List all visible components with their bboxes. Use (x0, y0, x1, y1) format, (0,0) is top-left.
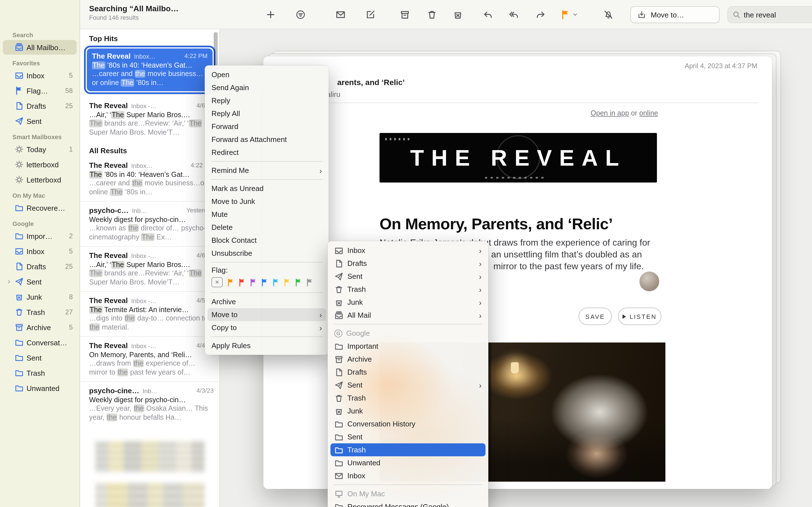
get-mail-button[interactable] (333, 7, 348, 22)
article-body-line: an unsettling film that’s doubled as an (491, 248, 642, 260)
sidebar-item-letterboxd[interactable]: letterboxd (3, 157, 77, 172)
submenu-item-inbox[interactable]: Inbox› (327, 244, 488, 257)
submenu-header-google: GGoogle (327, 327, 488, 340)
menu-item-reply-all[interactable]: Reply All (205, 107, 329, 120)
menu-item-delete[interactable]: Delete (205, 221, 329, 234)
sidebar-section-search: Search (0, 27, 80, 40)
search-status: Searching “All Mailbo… Found 146 results (89, 4, 179, 21)
sidebar-item-all-mailboxes[interactable]: All Mailbo… (3, 40, 77, 55)
menu-item-send-again[interactable]: Send Again (205, 81, 329, 94)
computer-icon (335, 489, 343, 498)
submenu-item-google-inbox[interactable]: Inbox (327, 469, 488, 482)
message-row[interactable]: The RevealInbox -…4/4/23 On Memory, Pare… (80, 336, 219, 381)
menu-item-reply[interactable]: Reply (205, 94, 329, 107)
submenu-item-google-sent[interactable]: Sent› (327, 379, 488, 392)
menu-item-forward-as-attachment[interactable]: Forward as Attachment (205, 133, 329, 146)
menu-item-archive[interactable]: Archive (205, 295, 329, 308)
sidebar-item-google-archive[interactable]: Archive5 (3, 320, 77, 335)
menu-item-redirect[interactable]: Redirect (205, 146, 329, 159)
flag-blue[interactable] (260, 278, 269, 286)
sidebar-item-google-inbox[interactable]: Inbox5 (3, 244, 77, 259)
flag-teal[interactable] (272, 278, 280, 286)
add-button[interactable] (263, 7, 278, 22)
menu-item-copy-to[interactable]: Copy to› (205, 321, 329, 334)
move-to-button[interactable]: Move to… (630, 6, 719, 23)
save-button[interactable]: SAVE (578, 307, 612, 325)
message-row[interactable]: The Reveal Inbox -… 4/6/23 …Air,’ ‘The S… (80, 97, 219, 142)
message-row[interactable]: The RevealInbox -…4/6/23 …Air,’ ‘The Sup… (80, 246, 219, 291)
sidebar-item-inbox[interactable]: Inbox5 (3, 68, 77, 83)
flag-purple[interactable] (249, 278, 258, 286)
sidebar-item-google-drafts[interactable]: Drafts25 (3, 259, 77, 274)
compose-button[interactable] (363, 7, 378, 22)
clear-flag-button[interactable]: ✕ (211, 277, 223, 287)
submenu-item-all-mail[interactable]: All Mail› (327, 309, 488, 322)
sidebar-item-google-sent[interactable]: ›Sent (3, 274, 77, 289)
submenu-item-trash[interactable]: Trash› (327, 283, 488, 296)
open-in-app-link[interactable]: Open in app (591, 109, 629, 117)
forward-button[interactable] (534, 7, 548, 22)
sidebar-item-google-trash-folder[interactable]: Trash (3, 365, 77, 380)
submenu-item-junk[interactable]: Junk› (327, 296, 488, 309)
sidebar-item-google-junk[interactable]: Junk8 (3, 290, 77, 304)
submenu-item-unwanted[interactable]: Unwanted (327, 456, 488, 469)
archive-button[interactable] (398, 7, 412, 22)
menu-item-block-contact[interactable]: Block Contact (205, 234, 329, 247)
menu-item-open[interactable]: Open (205, 68, 329, 81)
message-row[interactable]: The RevealInbox…4:22 PM The ’80s in 40: … (80, 157, 219, 201)
submenu-item-important[interactable]: Important (327, 340, 488, 353)
menu-item-unsubscribe[interactable]: Unsubscribe (205, 247, 329, 260)
sidebar-item-recovered[interactable]: Recovere… (3, 201, 77, 215)
flag-green[interactable] (294, 278, 303, 286)
sidebar-item-flagged[interactable]: Flag…58 (3, 83, 77, 98)
flag-yellow[interactable] (283, 278, 292, 286)
reply-all-button[interactable] (506, 7, 521, 22)
submenu-item-sent-folder[interactable]: Sent (327, 431, 488, 443)
sidebar-item-important[interactable]: Impor…2 (3, 229, 77, 243)
folder-icon (335, 419, 343, 429)
delete-button[interactable] (424, 7, 439, 22)
menu-item-remind-me[interactable]: Remind Me› (205, 164, 329, 177)
sidebar-item-today[interactable]: Today1 (3, 142, 77, 157)
menu-item-mark-as-unread[interactable]: Mark as Unread (205, 182, 329, 195)
flag-orange[interactable] (227, 278, 235, 286)
flag-red[interactable] (238, 278, 246, 286)
submenu-item-conversation-history[interactable]: Conversation History (327, 417, 488, 431)
mute-button[interactable] (601, 7, 616, 22)
menu-item-apply-rules[interactable]: Apply Rules (205, 339, 329, 352)
filter-button[interactable] (293, 7, 308, 22)
open-online-link[interactable]: online (639, 109, 658, 117)
menu-item-move-to[interactable]: Move to› (207, 308, 326, 321)
menu-item-move-to-junk[interactable]: Move to Junk (205, 195, 329, 208)
message-row-selected[interactable]: The Reveal Inbox… 4:22 PM The ’80s in 40… (87, 48, 213, 91)
sidebar-item-letterboxd-2[interactable]: Letterboxd (3, 172, 77, 187)
disclosure-chevron-icon[interactable]: › (6, 279, 12, 284)
sidebar-item-google-sent-folder[interactable]: Sent (3, 350, 77, 365)
submenu-item-sent[interactable]: Sent› (327, 270, 488, 283)
submenu-item-archive[interactable]: Archive (327, 353, 488, 365)
submenu-item-google-junk[interactable]: Junk (327, 404, 488, 417)
sidebar-item-unwanted[interactable]: Unwanted (3, 381, 77, 395)
reply-button[interactable] (480, 7, 495, 22)
search-field[interactable]: ✕ (727, 6, 812, 23)
flag-button[interactable] (557, 7, 581, 22)
sidebar-item-conversation-history[interactable]: Conversat… (3, 335, 77, 350)
menu-item-mute[interactable]: Mute (205, 208, 329, 221)
submenu-item-recovered-messages[interactable]: Recovered Messages (Google) (327, 500, 488, 507)
junk-button[interactable] (451, 7, 465, 22)
sidebar-item-drafts[interactable]: Drafts25 (3, 99, 77, 113)
submenu-item-google-trash[interactable]: Trash (327, 392, 488, 404)
menu-item-forward[interactable]: Forward (205, 120, 329, 133)
submenu-item-google-drafts[interactable]: Drafts (327, 365, 488, 379)
flag-gray[interactable] (306, 278, 314, 286)
sidebar-item-google-trash[interactable]: Trash27 (3, 305, 77, 320)
message-row[interactable]: psycho-cine…Inb…4/3/23 Weekly digest for… (80, 381, 219, 427)
archive-icon (15, 323, 24, 332)
search-input[interactable] (744, 10, 812, 19)
submenu-item-drafts[interactable]: Drafts› (327, 257, 488, 270)
sidebar-item-sent[interactable]: Sent (3, 114, 77, 128)
listen-button[interactable]: LISTEN (618, 307, 661, 325)
submenu-item-trash-folder-selected[interactable]: Trash (331, 443, 486, 456)
message-row[interactable]: The RevealInbox -…4/5/23 The Termite Art… (80, 291, 219, 336)
message-row[interactable]: psycho-c…Inb…Yesterday Weekly digest for… (80, 201, 219, 246)
